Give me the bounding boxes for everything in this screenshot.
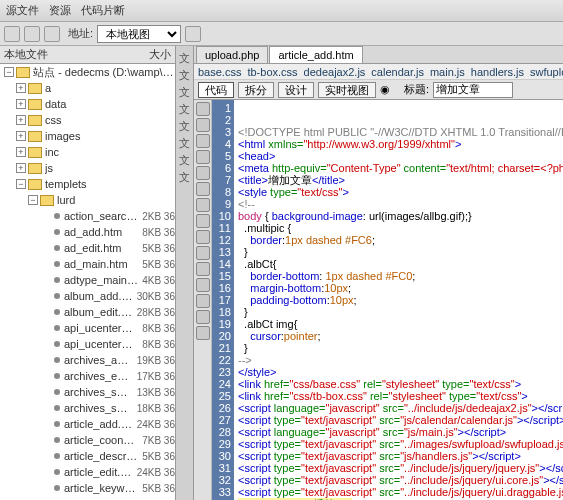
code-lines[interactable]: <!DOCTYPE html PUBLIC "-//W3C//DTD XHTML…	[234, 100, 563, 500]
tool-icon[interactable]	[196, 118, 210, 132]
expander-icon[interactable]: −	[28, 195, 38, 205]
code-line[interactable]: <title>增加文章</title>	[238, 174, 563, 186]
tool-icon[interactable]	[196, 214, 210, 228]
code-line[interactable]: border:1px dashed #FC6;	[238, 234, 563, 246]
tree-node[interactable]: article_description_m...5KB 36	[0, 448, 175, 464]
tree-node[interactable]: ad_edit.htm5KB 36	[0, 240, 175, 256]
tree-node[interactable]: archives_edit.htm17KB 36	[0, 368, 175, 384]
code-line[interactable]: <!--	[238, 198, 563, 210]
expander-icon[interactable]: +	[16, 147, 26, 157]
code-line[interactable]: .albCt{	[238, 258, 563, 270]
tree-node[interactable]: +js	[0, 160, 175, 176]
tree-node[interactable]: api_ucenter_install.htm8KB 36	[0, 336, 175, 352]
tree-node[interactable]: +inc	[0, 144, 175, 160]
tree-node[interactable]: api_ucenter_edit.htm8KB 36	[0, 320, 175, 336]
code-line[interactable]: .albCt img{	[238, 318, 563, 330]
code-line[interactable]: cursor:pointer;	[238, 330, 563, 342]
tool-icon[interactable]	[196, 150, 210, 164]
code-line[interactable]: <link href="css/tb-box.css" rel="stylesh…	[238, 390, 563, 402]
code-line[interactable]: <script type="text/javascript" src="../i…	[238, 462, 563, 474]
tree-node[interactable]: −templets	[0, 176, 175, 192]
tool-icon[interactable]	[196, 246, 210, 260]
tree-node[interactable]: +a	[0, 80, 175, 96]
tree-node[interactable]: article_edit.htm24KB 36	[0, 464, 175, 480]
code-line[interactable]: <meta http-equiv="Content-Type" content=…	[238, 162, 563, 174]
expander-icon[interactable]: −	[4, 67, 14, 77]
code-line[interactable]: border-bottom: 1px dashed #FC0;	[238, 270, 563, 282]
inspect-icon[interactable]: ◉	[380, 83, 390, 96]
home-icon[interactable]	[44, 26, 60, 42]
expander-icon[interactable]: +	[16, 131, 26, 141]
tab-upload-php[interactable]: upload.php	[196, 46, 268, 63]
code-line[interactable]: <script language="javascript" src="../in…	[238, 402, 563, 414]
breadcrumb-item[interactable]: handlers.js	[471, 66, 524, 78]
code-line[interactable]: <script type="text/javascript" src="../i…	[238, 474, 563, 486]
tree-node[interactable]: ad_add.htm8KB 36	[0, 224, 175, 240]
tool-icon[interactable]	[196, 198, 210, 212]
tool-icon[interactable]	[196, 278, 210, 292]
code-line[interactable]: <script type="text/javascript" src="js/h…	[238, 450, 563, 462]
tool-icon[interactable]	[196, 166, 210, 180]
code-line[interactable]: body { background-image: url(images/allb…	[238, 210, 563, 222]
title-input[interactable]	[433, 82, 513, 98]
nav-back-icon[interactable]	[4, 26, 20, 42]
tree-node[interactable]: album_edit.htm28KB 36	[0, 304, 175, 320]
code-line[interactable]: <script type="text/javascript" src="js/c…	[238, 414, 563, 426]
tree-node[interactable]: article_keywords_main...5KB 36	[0, 480, 175, 496]
code-line[interactable]: <script type="text/javascript" src="../i…	[238, 438, 563, 450]
address-select[interactable]: 本地视图	[97, 25, 181, 43]
tree-node[interactable]: +css	[0, 112, 175, 128]
tree-node[interactable]: action_search.htm2KB 36	[0, 208, 175, 224]
tree-node[interactable]: archives_sg_add.htm13KB 36	[0, 384, 175, 400]
view-code-button[interactable]: 代码	[198, 82, 234, 98]
breadcrumb-item[interactable]: base.css	[198, 66, 241, 78]
nav-fwd-icon[interactable]	[24, 26, 40, 42]
view-design-button[interactable]: 设计	[278, 82, 314, 98]
code-line[interactable]: <script type="text/javascript" src="../i…	[238, 486, 563, 498]
breadcrumb-item[interactable]: tb-box.css	[247, 66, 297, 78]
expander-icon[interactable]: +	[16, 99, 26, 109]
tree-node[interactable]: article_coonepage_rul...7KB 36	[0, 432, 175, 448]
tool-icon[interactable]	[196, 182, 210, 196]
code-line[interactable]: padding-bottom:10px;	[238, 294, 563, 306]
tab-source[interactable]: 源文件	[6, 3, 39, 18]
tool-icon[interactable]	[196, 262, 210, 276]
tab-article-add-htm[interactable]: article_add.htm	[269, 46, 362, 63]
code-line[interactable]: }	[238, 246, 563, 258]
code-line[interactable]: }	[238, 342, 563, 354]
expander-icon[interactable]: +	[16, 163, 26, 173]
code-line[interactable]: <html xmlns="http://www.w3.org/1999/xhtm…	[238, 138, 563, 150]
breadcrumb-item[interactable]: main.js	[430, 66, 465, 78]
code-line[interactable]: }	[238, 306, 563, 318]
tab-snippets[interactable]: 代码片断	[81, 3, 125, 18]
view-split-button[interactable]: 拆分	[238, 82, 274, 98]
expander-icon[interactable]: +	[16, 83, 26, 93]
tool-icon[interactable]	[196, 294, 210, 308]
tree-node[interactable]: article_add.htm24KB 36	[0, 416, 175, 432]
tool-icon[interactable]	[196, 134, 210, 148]
file-tree-panel[interactable]: 本地文件 大小 −站点 - dedecms (D:\wamp\www\ded..…	[0, 46, 176, 500]
tree-node[interactable]: −站点 - dedecms (D:\wamp\www\ded...	[0, 64, 175, 80]
breadcrumb-item[interactable]: swfupload.js	[530, 66, 563, 78]
view-live-button[interactable]: 实时视图	[318, 82, 376, 98]
tool-icon[interactable]	[196, 326, 210, 340]
expander-icon[interactable]: +	[16, 115, 26, 125]
expander-icon[interactable]: −	[16, 179, 26, 189]
code-line[interactable]: -->	[238, 354, 563, 366]
tree-node[interactable]: adtype_main.htm4KB 36	[0, 272, 175, 288]
tool-icon[interactable]	[196, 102, 210, 116]
code-line[interactable]: <head>	[238, 150, 563, 162]
tree-node[interactable]: −lurd	[0, 192, 175, 208]
tree-node[interactable]: +images	[0, 128, 175, 144]
code-line[interactable]: <!DOCTYPE html PUBLIC "-//W3C//DTD XHTML…	[238, 126, 563, 138]
code-editor[interactable]: 1234567891011121314151617181920212223242…	[194, 100, 563, 500]
breadcrumb-item[interactable]: calendar.js	[371, 66, 424, 78]
refresh-icon[interactable]	[185, 26, 201, 42]
tab-resources[interactable]: 资源	[49, 3, 71, 18]
code-line[interactable]: <link href="css/base.css" rel="styleshee…	[238, 378, 563, 390]
tool-icon[interactable]	[196, 310, 210, 324]
breadcrumb-item[interactable]: dedeajax2.js	[304, 66, 366, 78]
tree-node[interactable]: archives_sg_edit.htm18KB 36	[0, 400, 175, 416]
code-line[interactable]: margin-bottom:10px;	[238, 282, 563, 294]
tree-node[interactable]: ad_main.htm5KB 36	[0, 256, 175, 272]
